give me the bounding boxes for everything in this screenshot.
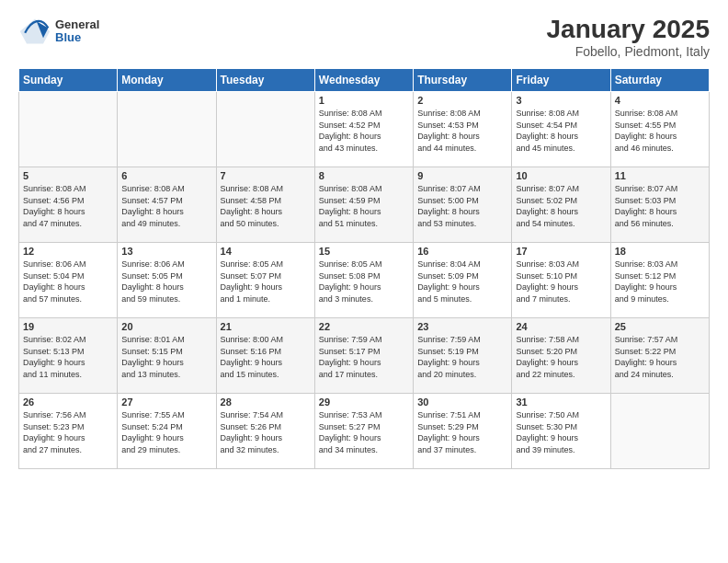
week-row-1: 1Sunrise: 8:08 AM Sunset: 4:52 PM Daylig…	[19, 92, 710, 167]
day-info: Sunrise: 7:59 AM Sunset: 5:19 PM Dayligh…	[417, 334, 507, 380]
day-number: 21	[221, 321, 311, 332]
page: General Blue January 2025 Fobello, Piedm…	[0, 0, 728, 563]
logo-text: General Blue	[55, 18, 99, 45]
day-number: 10	[516, 170, 606, 181]
day-info: Sunrise: 7:57 AM Sunset: 5:22 PM Dayligh…	[615, 334, 705, 380]
day-number: 1	[319, 95, 409, 106]
day-cell: 28Sunrise: 7:54 AM Sunset: 5:26 PM Dayli…	[216, 394, 314, 469]
day-info: Sunrise: 8:08 AM Sunset: 4:55 PM Dayligh…	[615, 108, 705, 154]
day-info: Sunrise: 8:06 AM Sunset: 5:05 PM Dayligh…	[121, 259, 211, 304]
day-cell: 24Sunrise: 7:58 AM Sunset: 5:20 PM Dayli…	[512, 318, 610, 394]
day-info: Sunrise: 8:06 AM Sunset: 5:04 PM Dayligh…	[23, 259, 113, 304]
week-row-4: 19Sunrise: 8:02 AM Sunset: 5:13 PM Dayli…	[19, 318, 710, 394]
day-cell: 2Sunrise: 8:08 AM Sunset: 4:53 PM Daylig…	[414, 92, 512, 167]
day-cell: 29Sunrise: 7:53 AM Sunset: 5:27 PM Dayli…	[314, 394, 413, 469]
day-info: Sunrise: 8:08 AM Sunset: 4:56 PM Dayligh…	[23, 183, 113, 229]
logo-general: General	[55, 18, 99, 31]
calendar-title: January 2025	[547, 15, 710, 44]
week-row-3: 12Sunrise: 8:06 AM Sunset: 5:04 PM Dayli…	[19, 243, 710, 318]
day-cell: 31Sunrise: 7:50 AM Sunset: 5:30 PM Dayli…	[512, 394, 610, 469]
day-info: Sunrise: 8:07 AM Sunset: 5:00 PM Dayligh…	[417, 183, 507, 229]
day-info: Sunrise: 8:03 AM Sunset: 5:10 PM Dayligh…	[516, 259, 606, 304]
day-cell: 22Sunrise: 7:59 AM Sunset: 5:17 PM Dayli…	[314, 318, 413, 394]
day-number: 20	[121, 321, 211, 332]
calendar-body: 1Sunrise: 8:08 AM Sunset: 4:52 PM Daylig…	[19, 92, 710, 469]
day-info: Sunrise: 8:07 AM Sunset: 5:03 PM Dayligh…	[615, 183, 705, 229]
day-cell: 11Sunrise: 8:07 AM Sunset: 5:03 PM Dayli…	[610, 167, 709, 243]
day-number: 8	[319, 170, 409, 181]
header-cell-tuesday: Tuesday	[216, 69, 314, 92]
day-number: 12	[23, 246, 113, 257]
header: General Blue January 2025 Fobello, Piedm…	[18, 15, 710, 59]
calendar-header: SundayMondayTuesdayWednesdayThursdayFrid…	[19, 69, 710, 92]
day-info: Sunrise: 8:08 AM Sunset: 4:58 PM Dayligh…	[221, 183, 311, 229]
day-cell: 14Sunrise: 8:05 AM Sunset: 5:07 PM Dayli…	[216, 243, 314, 318]
day-cell: 9Sunrise: 8:07 AM Sunset: 5:00 PM Daylig…	[414, 167, 512, 243]
day-number: 15	[319, 246, 409, 257]
day-info: Sunrise: 7:55 AM Sunset: 5:24 PM Dayligh…	[121, 409, 211, 455]
title-block: January 2025 Fobello, Piedmont, Italy	[547, 15, 710, 59]
day-info: Sunrise: 7:53 AM Sunset: 5:27 PM Dayligh…	[319, 409, 409, 455]
day-cell: 20Sunrise: 8:01 AM Sunset: 5:15 PM Dayli…	[118, 318, 216, 394]
day-cell: 8Sunrise: 8:08 AM Sunset: 4:59 PM Daylig…	[314, 167, 413, 243]
day-cell: 19Sunrise: 8:02 AM Sunset: 5:13 PM Dayli…	[19, 318, 118, 394]
day-cell: 27Sunrise: 7:55 AM Sunset: 5:24 PM Dayli…	[118, 394, 216, 469]
day-info: Sunrise: 7:59 AM Sunset: 5:17 PM Dayligh…	[319, 334, 409, 380]
day-cell: 13Sunrise: 8:06 AM Sunset: 5:05 PM Dayli…	[118, 243, 216, 318]
header-cell-sunday: Sunday	[19, 69, 118, 92]
day-info: Sunrise: 8:08 AM Sunset: 4:59 PM Dayligh…	[319, 183, 409, 229]
day-info: Sunrise: 8:05 AM Sunset: 5:08 PM Dayligh…	[319, 259, 409, 304]
day-info: Sunrise: 7:50 AM Sunset: 5:30 PM Dayligh…	[516, 409, 606, 455]
day-info: Sunrise: 8:08 AM Sunset: 4:53 PM Dayligh…	[417, 108, 507, 154]
day-cell: 21Sunrise: 8:00 AM Sunset: 5:16 PM Dayli…	[216, 318, 314, 394]
day-number: 16	[417, 246, 507, 257]
day-number: 9	[417, 170, 507, 181]
day-cell: 12Sunrise: 8:06 AM Sunset: 5:04 PM Dayli…	[19, 243, 118, 318]
day-cell: 1Sunrise: 8:08 AM Sunset: 4:52 PM Daylig…	[314, 92, 413, 167]
day-number: 29	[319, 396, 409, 408]
week-row-5: 26Sunrise: 7:56 AM Sunset: 5:23 PM Dayli…	[19, 394, 710, 469]
header-cell-monday: Monday	[118, 69, 216, 92]
day-number: 26	[23, 396, 113, 408]
day-number: 7	[221, 170, 311, 181]
header-row: SundayMondayTuesdayWednesdayThursdayFrid…	[19, 69, 710, 92]
day-number: 4	[615, 95, 705, 106]
day-cell: 6Sunrise: 8:08 AM Sunset: 4:57 PM Daylig…	[118, 167, 216, 243]
day-number: 30	[417, 396, 507, 408]
day-cell	[118, 92, 216, 167]
day-cell	[19, 92, 118, 167]
day-info: Sunrise: 8:08 AM Sunset: 4:57 PM Dayligh…	[121, 183, 211, 229]
day-info: Sunrise: 8:05 AM Sunset: 5:07 PM Dayligh…	[221, 259, 311, 304]
calendar-table: SundayMondayTuesdayWednesdayThursdayFrid…	[18, 68, 710, 469]
day-info: Sunrise: 8:04 AM Sunset: 5:09 PM Dayligh…	[417, 259, 507, 304]
day-info: Sunrise: 8:02 AM Sunset: 5:13 PM Dayligh…	[23, 334, 113, 380]
day-info: Sunrise: 8:01 AM Sunset: 5:15 PM Dayligh…	[121, 334, 211, 380]
day-number: 13	[121, 246, 211, 257]
day-cell: 17Sunrise: 8:03 AM Sunset: 5:10 PM Dayli…	[512, 243, 610, 318]
day-number: 3	[516, 95, 606, 106]
day-number: 27	[121, 396, 211, 408]
day-cell: 18Sunrise: 8:03 AM Sunset: 5:12 PM Dayli…	[610, 243, 709, 318]
day-number: 18	[615, 246, 705, 257]
logo-blue: Blue	[55, 31, 99, 44]
day-cell: 25Sunrise: 7:57 AM Sunset: 5:22 PM Dayli…	[610, 318, 709, 394]
day-number: 28	[221, 396, 311, 408]
logo-icon	[18, 15, 51, 48]
day-cell	[610, 394, 709, 469]
day-info: Sunrise: 8:08 AM Sunset: 4:54 PM Dayligh…	[516, 108, 606, 154]
day-info: Sunrise: 8:03 AM Sunset: 5:12 PM Dayligh…	[615, 259, 705, 304]
day-cell: 16Sunrise: 8:04 AM Sunset: 5:09 PM Dayli…	[414, 243, 512, 318]
day-info: Sunrise: 8:07 AM Sunset: 5:02 PM Dayligh…	[516, 183, 606, 229]
day-cell	[216, 92, 314, 167]
header-cell-friday: Friday	[512, 69, 610, 92]
day-number: 17	[516, 246, 606, 257]
day-cell: 5Sunrise: 8:08 AM Sunset: 4:56 PM Daylig…	[19, 167, 118, 243]
day-info: Sunrise: 8:08 AM Sunset: 4:52 PM Dayligh…	[319, 108, 409, 154]
day-number: 19	[23, 321, 113, 332]
header-cell-wednesday: Wednesday	[314, 69, 413, 92]
day-cell: 3Sunrise: 8:08 AM Sunset: 4:54 PM Daylig…	[512, 92, 610, 167]
day-number: 22	[319, 321, 409, 332]
day-info: Sunrise: 7:51 AM Sunset: 5:29 PM Dayligh…	[417, 409, 507, 455]
day-cell: 10Sunrise: 8:07 AM Sunset: 5:02 PM Dayli…	[512, 167, 610, 243]
day-number: 31	[516, 396, 606, 408]
